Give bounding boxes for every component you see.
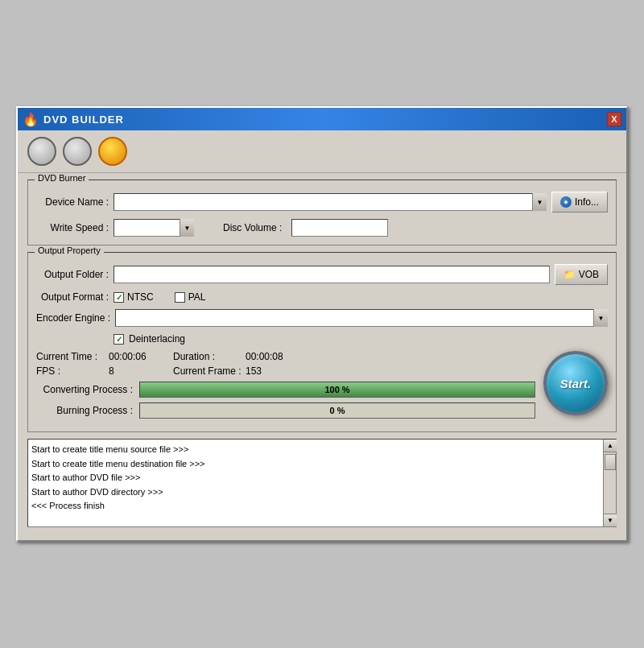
flame-icon: 🔥 <box>23 112 39 127</box>
vob-button[interactable]: 📁 VOB <box>555 264 608 285</box>
converting-progress-bar: 100 % <box>139 382 535 398</box>
burning-progress-row: Burning Process : 0 % <box>36 402 535 419</box>
dvd-burner-title: DVD Burner <box>35 173 89 183</box>
disc-volume-input[interactable]: DVD_DISC <box>291 219 388 237</box>
toolbar-btn-1[interactable] <box>27 137 56 166</box>
burning-label: Burning Process : <box>36 405 133 416</box>
pal-label: PAL <box>188 291 206 303</box>
device-name-label: Device Name : <box>36 196 109 208</box>
main-window: 🔥 DVD BUILDER X DVD Burner Device Name :… <box>16 106 628 542</box>
duration-label: Duration : <box>173 351 246 362</box>
ntsc-row: NTSC <box>114 291 154 303</box>
encoder-wrapper: Preference by Normal Video Quality - Sta… <box>115 309 608 327</box>
burning-progress-text: 0 % <box>140 403 535 418</box>
title-bar-left: 🔥 DVD BUILDER <box>23 112 124 127</box>
encoder-engine-input[interactable]: Preference by Normal Video Quality - Sta… <box>115 309 608 327</box>
log-line: Start to author DVD file >>> <box>31 471 600 485</box>
log-line: Start to author DVD directory >>> <box>31 485 600 500</box>
duration-value: 00:00:08 <box>246 351 310 362</box>
fps-value: 8 <box>109 365 173 377</box>
info-btn-label: Info... <box>575 196 599 208</box>
scrollbar-down-button[interactable]: ▼ <box>604 514 617 526</box>
scrollbar-thumb[interactable] <box>605 454 616 470</box>
write-speed-input[interactable] <box>114 219 194 237</box>
start-btn-label: Start. <box>560 377 591 390</box>
fps-row: FPS : 8 Current Frame : 153 <box>36 365 535 377</box>
converting-progress-text: 100 % <box>140 382 535 397</box>
log-content: Start to create title menu source file >… <box>28 440 603 526</box>
window-title: DVD BUILDER <box>43 114 124 126</box>
stats-left: Current Time : 00:00:06 Duration : 00:00… <box>36 351 535 423</box>
log-line: <<< Process finish <box>31 499 600 514</box>
device-name-input[interactable] <box>114 193 547 211</box>
toolbar-btn-2[interactable] <box>63 137 92 166</box>
fps-label: FPS : <box>36 365 109 377</box>
pal-row: PAL <box>175 291 206 303</box>
output-format-row: Output Format : NTSC PAL <box>36 291 608 303</box>
start-button[interactable]: Start. <box>543 351 608 415</box>
toolbar <box>18 130 626 173</box>
log-wrapper: Start to create title menu source file >… <box>27 439 617 527</box>
close-button[interactable]: X <box>607 112 621 126</box>
output-folder-input[interactable]: D:\Temp\ <box>114 266 550 283</box>
folder-icon: 📁 <box>564 269 576 280</box>
encoder-engine-label: Encoder Engine : <box>36 312 110 324</box>
burning-progress-bar: 0 % <box>139 402 535 419</box>
pal-checkbox[interactable] <box>175 292 185 303</box>
device-name-row: Device Name : ▼ ● Info... <box>36 192 608 213</box>
title-bar: 🔥 DVD BUILDER X <box>18 108 626 130</box>
deinterlacing-label: Deinterlacing <box>129 333 185 345</box>
encoder-engine-row: Encoder Engine : Preference by Normal Vi… <box>36 309 608 327</box>
stats-start-section: Current Time : 00:00:06 Duration : 00:00… <box>36 351 608 423</box>
write-speed-label: Write Speed : <box>36 222 109 233</box>
deinterlacing-checkbox[interactable] <box>114 334 124 345</box>
deinterlacing-row: Deinterlacing <box>114 333 608 345</box>
disc-volume-label: Disc Volume : <box>223 222 282 233</box>
output-folder-label: Output Folder : <box>36 269 109 280</box>
ntsc-checkbox[interactable] <box>114 292 124 303</box>
log-scrollbar: ▲ ▼ <box>603 440 616 526</box>
current-frame-label: Current Frame : <box>173 365 246 377</box>
current-frame-value: 153 <box>246 365 310 377</box>
converting-label: Converting Process : <box>36 384 133 395</box>
output-property-group: Output Property Output Folder : D:\Temp\… <box>27 252 617 432</box>
main-content: DVD Burner Device Name : ▼ ● Info... Wri… <box>18 173 626 540</box>
current-time-row: Current Time : 00:00:06 Duration : 00:00… <box>36 351 535 362</box>
output-format-label: Output Format : <box>36 291 109 303</box>
toolbar-btn-3[interactable] <box>98 137 127 166</box>
scrollbar-up-button[interactable]: ▲ <box>604 440 617 452</box>
output-property-title: Output Property <box>35 246 104 255</box>
dvd-burner-group: DVD Burner Device Name : ▼ ● Info... Wri… <box>27 180 617 246</box>
ntsc-label: NTSC <box>127 291 154 303</box>
current-time-label: Current Time : <box>36 351 109 362</box>
info-button[interactable]: ● Info... <box>551 192 608 213</box>
current-time-value: 00:00:06 <box>109 351 173 362</box>
log-line: Start to create title menu destination f… <box>31 457 600 472</box>
log-line: Start to create title menu source file >… <box>31 443 600 457</box>
converting-progress-row: Converting Process : 100 % <box>36 382 535 398</box>
write-speed-wrapper: ▼ <box>114 219 194 237</box>
vob-btn-label: VOB <box>579 269 599 280</box>
output-folder-row: Output Folder : D:\Temp\ 📁 VOB <box>36 264 608 285</box>
info-icon: ● <box>560 196 572 208</box>
write-speed-row: Write Speed : ▼ Disc Volume : DVD_DISC <box>36 219 608 237</box>
